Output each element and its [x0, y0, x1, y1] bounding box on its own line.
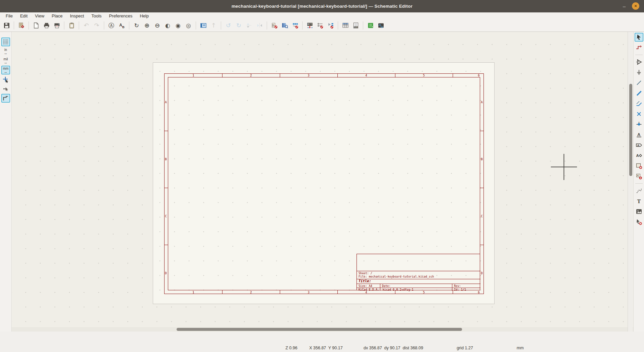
open-pcb-editor-button[interactable]	[366, 21, 375, 30]
menu-place[interactable]: Place	[48, 13, 66, 19]
menu-inspect[interactable]: Inspect	[66, 13, 88, 19]
crosshair-cursor-button[interactable]	[1, 75, 10, 84]
find-replace-button[interactable]: AB	[118, 21, 126, 30]
units-mils-button[interactable]: mil↔	[1, 56, 10, 65]
footprint-browser-button[interactable]	[291, 21, 300, 30]
symbol-editor-icon	[271, 22, 278, 29]
zoom-in-button[interactable]: ⊕	[143, 21, 151, 30]
titlebar[interactable]: mechanical-keyboard-tutorial [mechanical…	[0, 0, 644, 12]
grid-visibility-button[interactable]	[1, 38, 10, 46]
svg-text:R??: R??	[308, 23, 312, 26]
menu-file[interactable]: File	[2, 13, 16, 19]
titleblock-size: Size: A4	[359, 285, 372, 288]
hierarchy-navigator-button[interactable]	[199, 21, 208, 30]
close-button[interactable]: ×	[632, 2, 639, 10]
place-symbol-button[interactable]	[635, 58, 643, 66]
schematic-canvas[interactable]: 112233445566AABBCCDD Sheet: / File: mech…	[12, 32, 633, 332]
edit-symbol-fields-button[interactable]	[341, 21, 350, 30]
zoom-objects-button[interactable]: ◉	[174, 21, 183, 30]
mirror-horizontal-button[interactable]	[255, 21, 264, 30]
paste-button[interactable]	[67, 21, 76, 30]
schematic-setup-icon	[18, 22, 25, 29]
schematic-setup-button[interactable]	[17, 21, 26, 30]
highlight-net-button[interactable]	[635, 43, 643, 52]
hv-wires-button[interactable]	[1, 94, 10, 103]
zoom-out-button[interactable]: ⊖	[153, 21, 162, 30]
menu-view[interactable]: View	[31, 13, 48, 19]
toolbar-separator	[302, 21, 303, 30]
hierarchical-sheet-button[interactable]	[635, 162, 643, 170]
draw-wire-button[interactable]	[635, 78, 643, 87]
print-button[interactable]	[42, 21, 51, 30]
toolbar-separator	[267, 21, 267, 30]
toolbar-separator	[79, 21, 79, 30]
undo-button[interactable]: ↶	[82, 21, 91, 30]
global-label-button[interactable]: A	[635, 141, 643, 150]
zoom-objects-icon: ◉	[175, 22, 182, 29]
zoom-out-icon: ⊖	[154, 22, 161, 29]
horizontal-scrollbar-thumb[interactable]	[177, 328, 462, 331]
select-button[interactable]	[635, 33, 643, 42]
row-label-right: D	[481, 272, 482, 275]
place-text-button[interactable]: T	[635, 197, 643, 206]
redo-button[interactable]: ↷	[92, 21, 101, 30]
highlight-net-icon	[635, 44, 643, 51]
place-power-button[interactable]	[635, 68, 643, 77]
generate-bom-button[interactable]: bom	[351, 21, 360, 30]
import-sheet-pin-button[interactable]: A	[635, 172, 643, 181]
units-inches-button[interactable]: in↔	[1, 47, 10, 56]
frame-tick	[480, 245, 484, 245]
vertical-scrollbar-thumb[interactable]	[629, 84, 632, 176]
menu-edit[interactable]: Edit	[16, 13, 31, 19]
assign-footprints-button[interactable]	[326, 21, 335, 30]
plot-button[interactable]	[53, 21, 61, 30]
units-inches-icon: in↔	[2, 48, 9, 55]
net-label-button[interactable]: A	[635, 130, 643, 139]
symbol-browser-button[interactable]	[280, 21, 289, 30]
leave-sheet-button[interactable]: ↑	[209, 21, 218, 30]
units-mm-button[interactable]: mm↔	[1, 66, 10, 74]
simulator-button[interactable]	[377, 21, 385, 30]
page-setup-button[interactable]	[32, 21, 41, 30]
no-connect-button[interactable]	[635, 110, 643, 118]
undo-icon: ↶	[83, 22, 90, 29]
delete-tool-button[interactable]	[635, 218, 643, 226]
bus-entry-button[interactable]	[635, 99, 643, 108]
junction-button[interactable]	[635, 120, 643, 129]
find-button[interactable]: Ⓐ	[107, 21, 116, 30]
zoom-fit-button[interactable]: ◐	[164, 21, 172, 30]
vertical-scrollbar[interactable]	[628, 32, 633, 332]
rotate-ccw-button[interactable]: ↺	[224, 21, 233, 30]
status-grid: grid 1.27	[457, 346, 473, 350]
schematic-sheet-page: 112233445566AABBCCDD Sheet: / File: mech…	[153, 62, 495, 304]
horizontal-scrollbar[interactable]	[12, 327, 633, 332]
row-label-left: C	[165, 215, 167, 218]
erc-button[interactable]	[316, 21, 325, 30]
draw-polyline-button[interactable]	[635, 186, 643, 195]
hierarchical-label-button[interactable]: A	[635, 151, 643, 160]
draw-bus-button[interactable]	[635, 89, 643, 98]
svg-text:B: B	[122, 25, 125, 29]
status-bar: Z 0.96 X 356.87 Y 90.17 dx 356.87 dy 90.…	[0, 332, 644, 352]
menu-preferences[interactable]: Preferences	[105, 13, 136, 19]
menu-tools[interactable]: Tools	[88, 13, 105, 19]
zoom-selection-button[interactable]: ◎	[184, 21, 193, 30]
titleblock-date: Date:	[382, 285, 391, 288]
hidden-pins-button[interactable]	[1, 84, 10, 93]
place-image-button[interactable]	[635, 207, 643, 216]
symbol-editor-button[interactable]	[270, 21, 279, 30]
annotate-button[interactable]: R??	[306, 21, 314, 30]
minimize-button[interactable]: –	[621, 3, 628, 10]
menu-help[interactable]: Help	[136, 13, 152, 19]
hierarchical-label-icon: A	[635, 152, 643, 159]
mirror-vertical-button[interactable]	[245, 21, 254, 30]
assign-footprints-icon	[327, 22, 334, 29]
refresh-button[interactable]: ↻	[132, 21, 141, 30]
refresh-icon: ↻	[133, 22, 140, 29]
frame-tick	[280, 290, 280, 294]
rotate-cw-button[interactable]: ↻	[235, 21, 243, 30]
hierarchy-navigator-icon	[200, 22, 207, 29]
status-units: mm	[517, 346, 524, 350]
column-label-bottom: 5	[423, 291, 425, 294]
save-button[interactable]	[2, 21, 11, 30]
